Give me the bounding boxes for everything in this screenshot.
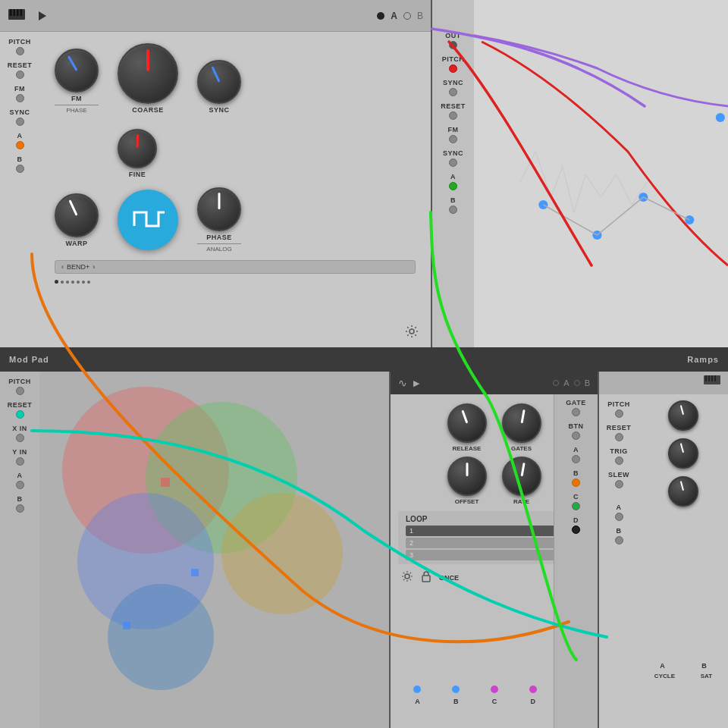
dot-1 <box>55 280 58 284</box>
reset-mp-item: RESET <box>3 401 36 419</box>
ramp-knob-2[interactable] <box>668 438 698 469</box>
synth-panel: A B PITCH RESET FM <box>0 0 432 349</box>
a-rmp-connector[interactable] <box>615 513 623 521</box>
wave-selector[interactable] <box>118 190 178 250</box>
out-label: OUT <box>445 32 461 39</box>
sat-label: SAT <box>701 673 712 679</box>
pitch-mp-connector[interactable] <box>16 387 24 395</box>
bend-control[interactable]: ‹ BEND+ › <box>55 260 416 274</box>
loop-bar-2-val: 2 <box>410 539 413 547</box>
gate-connector[interactable] <box>572 408 580 416</box>
pitch-connector[interactable] <box>16 47 24 55</box>
rate-knob[interactable] <box>502 457 541 496</box>
fm-knob[interactable] <box>55 49 99 93</box>
warp-knob[interactable] <box>55 193 99 237</box>
loop-bar-3-val: 3 <box>410 551 413 559</box>
phase-knob[interactable] <box>197 187 241 231</box>
mod-graph <box>474 0 728 349</box>
piano-icon[interactable] <box>8 8 26 24</box>
reset-mp-connector[interactable] <box>16 410 24 419</box>
slew-rmp-connector[interactable] <box>615 480 623 488</box>
ramps-cycle-sat-row: CYCLE SAT <box>642 673 725 679</box>
env-b-dot[interactable] <box>574 380 580 386</box>
coarse-knob[interactable] <box>118 43 178 104</box>
reset-connector[interactable] <box>16 71 24 79</box>
bend-label: BEND+ <box>67 263 89 271</box>
dot-4 <box>71 281 74 284</box>
gate-label: GATE <box>566 399 585 406</box>
b-g-connector[interactable] <box>572 479 580 487</box>
ramps-section: PITCH RESET TRIG SLEW A <box>599 372 728 728</box>
ramp-b-label: B <box>701 662 707 670</box>
b-mp-connector[interactable] <box>16 504 24 513</box>
c-g-item: C <box>557 493 595 510</box>
sync-knob-label: SYNC <box>209 106 229 114</box>
rate-container: RATE <box>502 457 541 505</box>
yin-connector[interactable] <box>16 457 24 466</box>
d-g-label: D <box>573 516 579 524</box>
xin-item: X IN <box>3 425 36 442</box>
sync-knob[interactable] <box>197 60 241 104</box>
a-r-connector[interactable] <box>449 182 457 190</box>
sync-connector[interactable] <box>16 118 24 126</box>
a-r-label: A <box>450 173 456 180</box>
btn-connector[interactable] <box>572 431 580 440</box>
env-a-dot[interactable] <box>553 380 559 386</box>
trig-rmp-connector[interactable] <box>615 457 623 465</box>
svg-rect-4 <box>20 9 23 16</box>
sync2-r-connector[interactable] <box>449 158 457 167</box>
b-rmp-label: B <box>617 527 622 535</box>
fine-knob[interactable] <box>118 129 157 168</box>
mod-pad-canvas[interactable] <box>39 372 389 728</box>
bend-left-arrow: ‹ <box>61 263 64 271</box>
a-mp-connector[interactable] <box>16 481 24 489</box>
ramps-piano-icon[interactable] <box>704 375 720 391</box>
release-knob[interactable] <box>447 403 487 443</box>
mod-pad-header-label: Mod Pad <box>0 355 58 364</box>
ramp-a-label: A <box>660 662 665 670</box>
sync2-r-item: SYNC <box>435 149 471 167</box>
b-r-label: B <box>450 196 456 204</box>
b-dot[interactable] <box>403 12 411 20</box>
pitch-r-item: PITCH <box>435 55 471 73</box>
synth-left-labels: PITCH RESET FM SYNC A <box>0 32 39 349</box>
b-rmp-connector[interactable] <box>615 536 623 544</box>
ramp-knob-3[interactable] <box>668 476 698 507</box>
env-play-icon[interactable]: ▶ <box>413 378 419 388</box>
svg-marker-5 <box>39 11 46 20</box>
reset-rmp-connector[interactable] <box>615 433 623 441</box>
dot-5 <box>77 281 80 284</box>
sync-r-connector[interactable] <box>449 88 457 96</box>
b-rmp-item: B <box>602 527 635 544</box>
gates-knob[interactable] <box>502 403 541 443</box>
d-g-connector[interactable] <box>572 526 580 534</box>
a-connector[interactable] <box>16 141 24 149</box>
fm-r-connector[interactable] <box>449 135 457 143</box>
ramp-knob-1[interactable] <box>668 400 698 431</box>
xin-connector[interactable] <box>16 434 24 442</box>
svg-rect-1 <box>10 9 12 16</box>
b-r-connector[interactable] <box>449 206 457 214</box>
pitch-r-connector[interactable] <box>449 64 457 73</box>
square-wave-icon <box>131 205 165 235</box>
out-label-item: OUT <box>435 32 471 49</box>
a-dot[interactable] <box>377 12 384 20</box>
a-g-connector[interactable] <box>572 455 580 463</box>
reset-r-connector[interactable] <box>449 111 457 120</box>
svg-rect-2 <box>14 9 16 16</box>
play-icon[interactable] <box>33 8 52 24</box>
svg-rect-15 <box>422 576 430 582</box>
sync-r-item: SYNC <box>435 79 471 96</box>
b-connector[interactable] <box>16 165 24 173</box>
pitch-label: PITCH <box>8 38 31 46</box>
fm-connector[interactable] <box>16 94 24 102</box>
pitch-r-label: PITCH <box>442 55 465 63</box>
lock-icon[interactable] <box>421 570 431 585</box>
env-gear-icon[interactable] <box>401 570 413 585</box>
c-g-connector[interactable] <box>572 502 580 510</box>
xin-label: X IN <box>12 425 27 432</box>
gear-icon[interactable] <box>405 325 419 338</box>
offset-knob[interactable] <box>447 457 487 496</box>
out-connector[interactable] <box>449 41 457 49</box>
pitch-rmp-connector[interactable] <box>615 410 623 418</box>
